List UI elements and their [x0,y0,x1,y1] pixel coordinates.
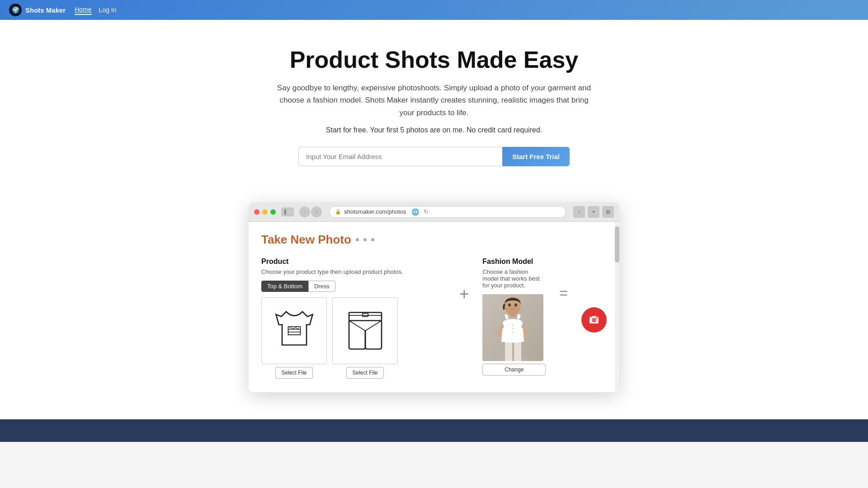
forward-button[interactable]: › [311,206,322,217]
svg-point-18 [512,331,514,333]
brand-icon: 🌍 [9,4,22,16]
upload-card-shirt: Select File [261,297,327,379]
email-form: Start Free Trial [298,147,570,166]
change-model-button[interactable]: Change [482,364,546,375]
tl-minimize[interactable] [262,209,268,215]
title-dot-1 [356,238,359,241]
product-section-desc: Choose your product type then upload pro… [261,268,446,275]
tab-top-bottom[interactable]: Top & Bottom [261,281,308,292]
share-button[interactable]: ↑ [573,206,585,218]
browser-window: ‹ › 🔒 shotsmaker.com/photos 🌐 ↻ ↑ + ⧉ Ta… [249,202,619,392]
browser-mockup-wrapper: ‹ › 🔒 shotsmaker.com/photos 🌐 ↻ ↑ + ⧉ Ta… [0,202,868,419]
sidebar-toggle-button[interactable] [281,207,294,216]
browser-chrome: ‹ › 🔒 shotsmaker.com/photos 🌐 ↻ ↑ + ⧉ [249,202,619,222]
upload-cards: Select File [261,297,446,379]
svg-point-15 [514,303,517,306]
lock-icon: 🔒 [335,209,341,215]
browser-actions: ↑ + ⧉ [573,206,614,218]
nav-login[interactable]: Log In [99,5,117,14]
page-title: Take New Photo [261,233,351,247]
reload-icon[interactable]: ↻ [424,208,429,215]
nav-home[interactable]: Home [75,5,91,15]
browser-scrollbar[interactable] [615,222,619,392]
take-photo-fab[interactable] [581,307,607,333]
hero-tagline: Start for free. Your first 5 photos are … [9,126,859,134]
svg-rect-1 [287,209,291,215]
hero-subtitle: Say goodbye to lengthy, expensive photos… [276,82,592,119]
url-text: shotsmaker.com/photos [344,208,406,215]
translate-icon[interactable]: 🌐 [411,208,419,216]
model-image [482,294,543,361]
shorts-icon [343,306,388,356]
plus-operator: + [459,258,469,304]
upload-layout: Product Choose your product type then up… [261,258,607,379]
hero-section: Product Shots Made Easy Say goodbye to l… [0,20,868,202]
traffic-lights [254,209,276,215]
shirt-icon [272,306,317,356]
svg-point-16 [512,324,514,326]
model-section-title: Fashion Model [482,258,546,266]
title-dot-2 [363,238,367,241]
url-bar[interactable]: 🔒 shotsmaker.com/photos 🌐 ↻ [329,206,566,218]
scrollbar-thumb [615,226,619,263]
brand: 🌍 Shots Maker [9,4,66,16]
page-title-bar: Take New Photo [261,233,607,247]
shirt-upload-zone[interactable] [261,297,327,364]
shorts-upload-zone[interactable] [332,297,398,364]
nav-links: Home Log In [75,5,116,15]
nav-arrows: ‹ › [299,206,322,217]
title-dot-3 [371,238,374,241]
app-content: Take New Photo Product Choose your produ… [249,222,619,392]
model-placeholder [482,294,543,361]
email-input[interactable] [298,147,502,166]
product-tabs: Top & Bottom Dress [261,281,446,292]
svg-point-17 [512,328,514,329]
back-button[interactable]: ‹ [299,206,310,217]
select-file-shorts-button[interactable]: Select File [346,367,383,379]
equals-operator: = [559,258,568,301]
copy-button[interactable]: ⧉ [602,206,614,218]
upload-card-shorts: Select File [332,297,398,379]
tab-dress[interactable]: Dress [308,281,335,292]
product-section: Product Choose your product type then up… [261,258,446,379]
svg-point-20 [593,319,595,321]
hero-title: Product Shots Made Easy [9,47,859,73]
camera-fab-wrapper [581,258,607,333]
tl-maximize[interactable] [270,209,276,215]
page-footer [0,419,868,442]
select-file-shirt-button[interactable]: Select File [275,367,312,379]
start-trial-button[interactable]: Start Free Trial [502,147,570,166]
navbar: 🌍 Shots Maker Home Log In [0,0,868,20]
svg-point-14 [508,303,511,306]
svg-rect-0 [284,209,286,215]
brand-name: Shots Maker [25,6,66,14]
new-tab-button[interactable]: + [588,206,599,218]
model-section: Fashion Model Choose a fashion model tha… [482,258,546,375]
model-section-desc: Choose a fashion model that works best f… [482,268,546,289]
svg-point-21 [596,317,598,319]
tl-close[interactable] [254,209,259,215]
camera-icon [588,314,600,326]
product-section-title: Product [261,258,446,266]
